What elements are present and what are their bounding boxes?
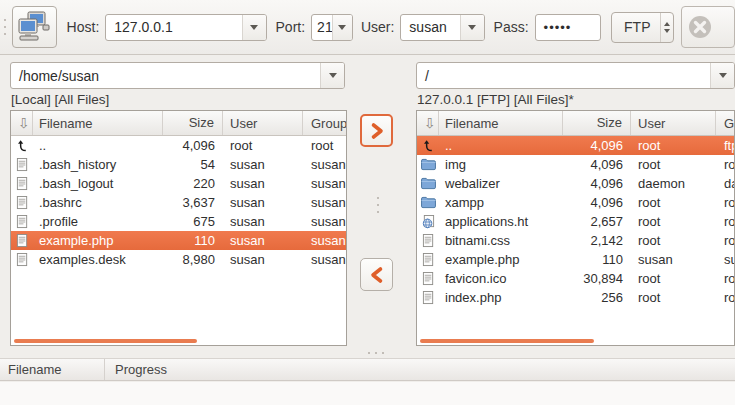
queue-filename-column-header[interactable]: Filename [0, 359, 105, 380]
user-dropdown-button[interactable] [460, 15, 484, 40]
queue-progress-column-header[interactable]: Progress [105, 362, 167, 377]
local-path-dropdown-button[interactable] [320, 63, 344, 88]
user-combobox[interactable]: susan [400, 14, 484, 41]
host-combobox[interactable]: 127.0.0.1 [105, 14, 266, 41]
stop-button[interactable] [681, 6, 735, 48]
arrow-left-icon [368, 266, 386, 284]
size-column-header[interactable]: Size [163, 111, 223, 135]
text-file-icon [417, 234, 439, 248]
transfer-to-local-button[interactable] [360, 258, 393, 291]
remote-path-dropdown-button[interactable] [710, 63, 734, 88]
folder-icon [417, 158, 439, 171]
file-row[interactable]: .bashrc 3,637 susan susan [11, 193, 346, 212]
connect-button[interactable] [12, 6, 56, 48]
pass-label: Pass: [494, 19, 529, 35]
chevron-down-icon [719, 73, 727, 78]
folder-icon [417, 177, 439, 190]
remote-path-combobox[interactable]: / [416, 62, 735, 89]
host-value[interactable]: 127.0.0.1 [106, 19, 241, 35]
folder-row[interactable]: webalizer 4,096 daemon daemon [417, 174, 734, 193]
file-row[interactable]: applications.ht 2,657 root root [417, 212, 734, 231]
file-row[interactable]: .bash_logout 220 susan susan [11, 174, 346, 193]
file-row[interactable]: .bash_history 54 susan susan [11, 155, 346, 174]
sort-column-header[interactable]: ⇩ [11, 111, 33, 135]
group-column-header[interactable]: Group [303, 111, 346, 135]
local-path-combobox[interactable]: /home/susan [10, 62, 345, 89]
port-combobox[interactable]: 21 [311, 14, 353, 41]
transfer-queue-header: Filename Progress [0, 358, 735, 381]
password-dots: ••••• [544, 20, 572, 35]
text-file-icon [11, 253, 33, 267]
text-file-icon [11, 196, 33, 210]
port-dropdown-button[interactable] [332, 15, 352, 40]
file-row-selected[interactable]: .. 4,096 root ftp [417, 136, 734, 155]
transfer-to-remote-button[interactable] [360, 114, 393, 147]
html-file-icon [417, 215, 439, 229]
remote-file-list: ⇩ Filename Size User Group .. 4,096 root… [416, 110, 735, 346]
folder-icon [417, 196, 439, 209]
stop-x-icon [687, 14, 713, 40]
user-label: User: [361, 19, 394, 35]
pane-splitter-handle[interactable] [375, 197, 381, 213]
ftp-client-window: Host: 127.0.0.1 Port: 21 User: susan Pas… [0, 0, 735, 405]
file-row[interactable]: favicon.ico 30,894 root root [417, 269, 734, 288]
text-file-icon [11, 158, 33, 172]
file-row[interactable]: index.php 256 root root [417, 288, 734, 307]
toolbar-drag-handle[interactable] [2, 19, 7, 35]
remote-path-value[interactable]: / [417, 68, 710, 84]
protocol-selector[interactable]: FTP [611, 12, 674, 43]
local-list-header: ⇩ Filename Size User Group [11, 111, 346, 136]
folder-row[interactable]: img 4,096 root root [417, 155, 734, 174]
port-label: Port: [276, 19, 306, 35]
text-file-icon [417, 291, 439, 305]
user-column-header[interactable]: User [631, 111, 716, 135]
horizontal-scrollbar-thumb[interactable] [14, 339, 197, 343]
chevron-down-icon [329, 73, 337, 78]
text-file-icon [417, 272, 439, 286]
chevron-up-icon [664, 22, 670, 26]
local-pane-caption: [Local] [All Files] [11, 92, 109, 108]
group-column-header[interactable]: Group [716, 111, 734, 135]
arrow-right-icon [368, 122, 386, 140]
port-value[interactable]: 21 [312, 19, 332, 35]
horizontal-scrollbar-thumb[interactable] [420, 339, 594, 343]
text-file-icon [11, 215, 33, 229]
remote-list-header: ⇩ Filename Size User Group [417, 111, 734, 136]
file-row[interactable]: example.php 110 susan susan [417, 250, 734, 269]
file-row-selected[interactable]: example.php 110 susan susan [11, 231, 346, 250]
protocol-value: FTP [612, 19, 660, 35]
queue-splitter-handle[interactable] [368, 352, 384, 354]
sort-descending-icon: ⇩ [18, 115, 30, 131]
sort-descending-icon: ⇩ [424, 115, 436, 131]
host-dropdown-button[interactable] [242, 15, 266, 40]
chevron-down-icon [338, 25, 346, 30]
password-field[interactable]: ••••• [535, 14, 601, 41]
text-file-icon [11, 177, 33, 191]
text-file-icon [11, 234, 33, 248]
sort-column-header[interactable]: ⇩ [417, 111, 439, 135]
size-column-header[interactable]: Size [563, 111, 631, 135]
up-directory-icon [11, 139, 33, 152]
host-label: Host: [67, 19, 100, 35]
chevron-down-icon [664, 29, 670, 33]
filename-column-header[interactable]: Filename [33, 111, 163, 135]
file-row[interactable]: examples.desk 8,980 susan susan [11, 250, 346, 269]
computers-connect-icon [16, 11, 52, 43]
protocol-spinner[interactable] [660, 13, 673, 42]
user-column-header[interactable]: User [223, 111, 303, 135]
file-row[interactable]: bitnami.css 2,142 root root [417, 231, 734, 250]
chevron-down-icon [250, 25, 258, 30]
chevron-down-icon [468, 25, 476, 30]
user-value[interactable]: susan [401, 19, 459, 35]
remote-pane-caption: 127.0.0.1 [FTP] [All Files]* [417, 92, 574, 108]
up-directory-icon [417, 139, 439, 152]
filename-column-header[interactable]: Filename [439, 111, 563, 135]
local-file-list: ⇩ Filename Size User Group .. 4,096 root… [10, 110, 347, 346]
folder-row[interactable]: xampp 4,096 root root [417, 193, 734, 212]
local-path-value[interactable]: /home/susan [11, 68, 320, 84]
file-row[interactable]: .. 4,096 root root [11, 136, 346, 155]
text-file-icon [417, 253, 439, 267]
file-row[interactable]: .profile 675 susan susan [11, 212, 346, 231]
transfer-queue-list[interactable] [0, 382, 735, 405]
toolbar: Host: 127.0.0.1 Port: 21 User: susan Pas… [0, 0, 735, 55]
